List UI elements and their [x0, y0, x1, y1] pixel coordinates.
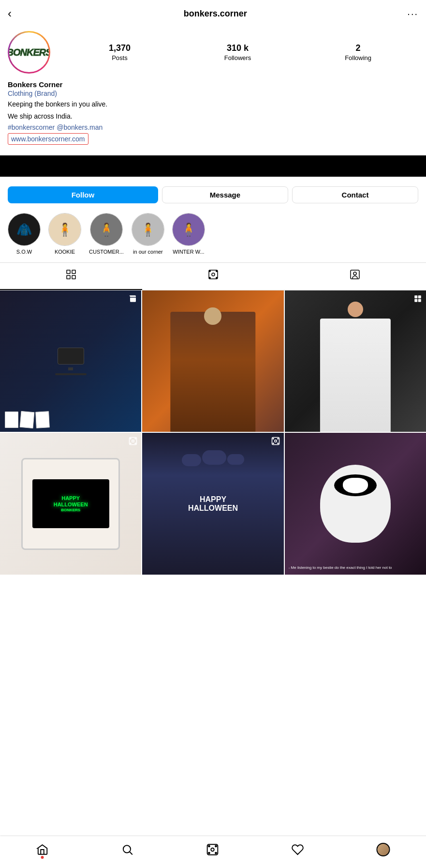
bio-category[interactable]: Clothing (Brand): [8, 90, 418, 97]
svg-rect-0: [67, 270, 70, 274]
bio-line2: We ship across India.: [8, 111, 418, 122]
story-corner-inner: 🧍: [132, 213, 164, 245]
header: ‹ bonkers.corner ···: [0, 0, 426, 27]
followers-label: Followers: [224, 54, 251, 61]
avatar-inner: BONKERS: [9, 32, 49, 72]
cell-1-content: [0, 290, 141, 432]
svg-point-6: [209, 271, 210, 272]
grid-icon: [65, 269, 77, 283]
svg-point-9: [216, 277, 217, 278]
story-circle-kookie: 🧍: [48, 213, 81, 246]
tab-tagged[interactable]: [284, 263, 426, 290]
svg-rect-1: [72, 270, 75, 274]
bio-hashtags[interactable]: #bonkerscorner @bonkers.man: [8, 123, 418, 131]
svg-rect-2: [67, 275, 70, 279]
story-item-sow[interactable]: 🧥 S.O.W: [8, 213, 41, 255]
tagged-icon: [349, 269, 361, 283]
following-stat[interactable]: 2 Following: [345, 43, 371, 62]
svg-rect-15: [418, 299, 421, 302]
cell-6-content: - Me listening to my bestie do the exact…: [285, 433, 426, 574]
halloween-text-1: HAPPYHALLOWEEN: [54, 495, 88, 508]
story-item-customer[interactable]: 🧍 CUSTOMER...: [89, 213, 124, 255]
tab-reels[interactable]: [142, 263, 284, 290]
bio-link-wrapper: www.bonkerscorner.com: [8, 133, 88, 145]
avatar-wrapper[interactable]: BONKERS: [8, 31, 50, 74]
redacted-bar: [0, 155, 426, 177]
stats-row: 1,370 Posts 310 k Followers 2 Following: [62, 43, 418, 62]
photo-cell-3[interactable]: [285, 290, 426, 432]
cell-5-content: HAPPYHALLOWEEN: [142, 433, 283, 574]
story-circle-customer: 🧍: [90, 213, 123, 246]
story-circle-sow: 🧥: [8, 213, 41, 246]
avatar-logo: BONKERS: [9, 47, 49, 58]
svg-point-27: [278, 443, 279, 444]
svg-point-19: [135, 439, 136, 440]
svg-point-5: [212, 273, 215, 276]
svg-point-7: [216, 271, 217, 272]
svg-point-23: [274, 440, 277, 442]
svg-point-24: [273, 439, 274, 440]
cell-3-content: [285, 290, 426, 432]
profile-section: BONKERS 1,370 Posts 310 k Followers 2 Fo…: [0, 27, 426, 74]
posts-label: Posts: [112, 54, 128, 61]
svg-rect-12: [414, 295, 417, 298]
contact-button[interactable]: Contact: [292, 186, 418, 203]
svg-rect-10: [351, 270, 359, 279]
bio-link[interactable]: www.bonkerscorner.com: [11, 135, 85, 143]
multi-badge-3: [413, 294, 422, 305]
following-count: 2: [345, 43, 371, 53]
story-circle-corner: 🧍: [132, 213, 164, 246]
story-kookie-inner: 🧍: [49, 213, 81, 245]
halloween-text-2: HAPPYHALLOWEEN: [188, 495, 238, 512]
reels-icon: [207, 269, 219, 283]
svg-rect-3: [72, 275, 75, 279]
cell-4-content: HAPPYHALLOWEEN BONKERS: [0, 433, 141, 574]
cell-2-content: [142, 290, 283, 432]
follow-button[interactable]: Follow: [8, 186, 158, 203]
story-customer-inner: 🧍: [90, 213, 122, 245]
story-label-corner: in our corner: [133, 249, 163, 255]
multi-badge-1: [129, 294, 137, 305]
photo-cell-2[interactable]: [142, 290, 283, 432]
story-winter-inner: 🧍: [173, 213, 205, 245]
svg-point-17: [132, 440, 134, 442]
svg-point-18: [131, 439, 132, 440]
header-username: bonkers.corner: [184, 9, 247, 19]
message-button[interactable]: Message: [162, 186, 288, 203]
story-item-kookie[interactable]: 🧍 KOOKIE: [48, 213, 81, 255]
posts-stat[interactable]: 1,370 Posts: [109, 43, 131, 62]
more-options-button[interactable]: ···: [407, 8, 418, 19]
photo-cell-6[interactable]: - Me listening to my bestie do the exact…: [285, 433, 426, 574]
svg-point-21: [135, 443, 136, 444]
svg-rect-14: [414, 299, 417, 302]
following-label: Following: [345, 54, 371, 61]
svg-point-11: [353, 272, 356, 275]
profile-top: BONKERS 1,370 Posts 310 k Followers 2 Fo…: [8, 31, 418, 74]
story-label-sow: S.O.W: [16, 249, 32, 255]
svg-point-20: [131, 443, 132, 444]
svg-rect-13: [418, 295, 421, 298]
story-label-kookie: KOOKIE: [55, 249, 75, 255]
svg-point-26: [273, 443, 274, 444]
back-button[interactable]: ‹: [8, 7, 23, 20]
story-sow-inner: 🧥: [8, 213, 40, 245]
story-circle-winter: 🧍: [172, 213, 205, 246]
photo-cell-5[interactable]: HAPPYHALLOWEEN: [142, 433, 283, 574]
photo-grid: HAPPYHALLOWEEN BONKERS HAPPYH: [0, 290, 426, 575]
bonkers-logo-cell4: BONKERS: [61, 508, 80, 512]
story-item-winter[interactable]: 🧍 WINTER W...: [172, 213, 205, 255]
bio-name: Bonkers Corner: [8, 80, 418, 89]
photo-cell-4[interactable]: HAPPYHALLOWEEN BONKERS: [0, 433, 141, 574]
ghost-caption: - Me listening to my bestie do the exact…: [289, 565, 422, 570]
photo-cell-1[interactable]: [0, 290, 141, 432]
action-buttons: Follow Message Contact: [0, 182, 426, 208]
bio-section: Bonkers Corner Clothing (Brand) Keeping …: [0, 80, 426, 151]
followers-stat[interactable]: 310 k Followers: [224, 43, 251, 62]
story-item-corner[interactable]: 🧍 in our corner: [132, 213, 164, 255]
svg-point-8: [209, 277, 210, 278]
svg-point-25: [278, 439, 279, 440]
story-label-winter: WINTER W...: [173, 249, 204, 255]
bio-line1: Keeping the bonkers in you alive.: [8, 99, 418, 109]
reel-badge-4: [129, 437, 137, 447]
tab-grid[interactable]: [0, 263, 142, 290]
